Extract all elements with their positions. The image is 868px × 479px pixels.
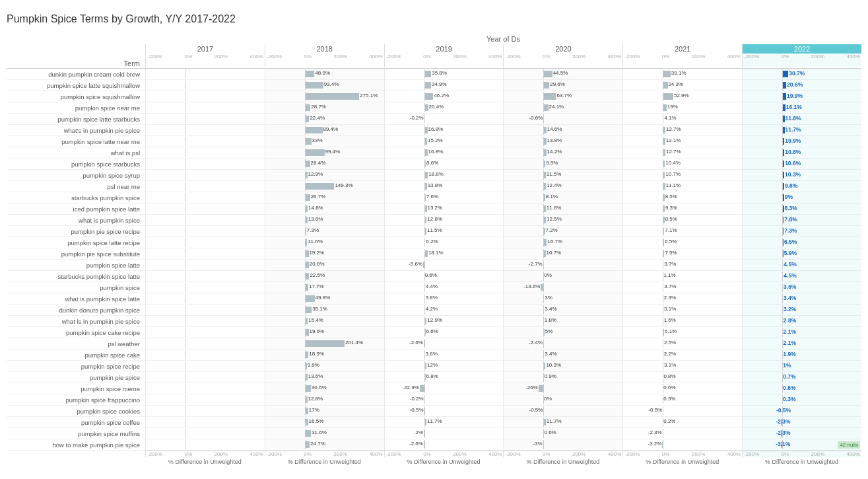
year-cell: 3.8%	[384, 293, 504, 305]
table-row: pumpkin spice frappuccino12.8%-0.2%0%0.3…	[7, 394, 861, 406]
year-cell: 8.5%	[622, 215, 742, 226]
table-row: what is in pumpkin pie spice15.4%12.9%1.…	[7, 316, 861, 327]
table-row: pumpkin pie spice substitute19.2%18.1%10…	[7, 248, 861, 260]
year-cell: 22.4%	[265, 114, 384, 125]
year-cell	[145, 305, 265, 316]
year-cell: 3.4%	[503, 350, 622, 361]
year-cell: 3.4%	[503, 305, 622, 316]
year-cells: 17.7%4.4%-13.6%3.7%3.6%	[145, 282, 861, 293]
year-cell: 7.1%	[622, 226, 742, 237]
year-cell: -0.6%	[503, 114, 622, 125]
year-cell: 15.2%	[384, 136, 504, 147]
year-cell: 9.3%	[622, 203, 742, 215]
year-cell: 13.8%	[384, 181, 504, 192]
table-row: pumpkin spice cookies17%-0.5%-0.5%-0.5%-…	[7, 406, 861, 417]
year-cell: 6.6%	[384, 327, 504, 338]
table-row: pumpkin spice meme30.6%-22.9%-26%0.6%0.6…	[7, 383, 861, 394]
year-cell	[145, 316, 265, 327]
year-cell	[145, 439, 265, 451]
year-cell: 33%	[265, 136, 384, 147]
year-cell	[145, 406, 265, 417]
term-label: dunkin pumpkin cream cold brew	[7, 71, 145, 78]
year-cells: 11.6%6.2%16.7%6.5%6.5%	[145, 237, 861, 248]
year-cells: 26.7%7.6%8.1%8.5%9%	[145, 192, 861, 203]
table-row: what is pumpkin spice13.6%12.8%12.5%8.5%…	[7, 215, 861, 226]
year-cell: 11.7%	[384, 417, 504, 428]
year-cell: -2.3%	[742, 428, 861, 439]
year-cell: 6.2%	[384, 237, 504, 248]
term-label: pumpkin spice cookies	[7, 408, 145, 415]
year-cell: 6.5%	[742, 237, 861, 248]
year-cell: 18.1%	[384, 248, 504, 260]
year-cell	[145, 181, 265, 192]
year-cell: 2.2%	[622, 350, 742, 361]
year-header-2020: 2020	[503, 44, 622, 54]
year-cell	[145, 125, 265, 136]
year-cell	[145, 215, 265, 226]
year-cell: 11.5%	[384, 226, 504, 237]
table-row: how to make pumpkin pie spice24.7%-2.6%-…	[7, 439, 861, 451]
year-cells: 19.2%18.1%10.7%7.5%5.9%	[145, 248, 861, 260]
year-cells: 24.7%-2.6%-3%-3.2%-3.1%42 nulls	[145, 439, 861, 451]
table-row: dunkin donuts pumpkin spice35.1%4.2%3.4%…	[7, 305, 861, 316]
year-cell: 44.5%	[503, 69, 622, 80]
year-cell: 3.6%	[742, 282, 861, 293]
year-cell: -0.2%	[384, 394, 504, 406]
year-cell: -2.4%	[503, 338, 622, 350]
year-cell: 0.6%	[742, 383, 861, 394]
year-cell: 201.4%	[265, 338, 384, 350]
year-cell: 3.7%	[622, 282, 742, 293]
col-2020	[503, 59, 622, 67]
year-cell: 0%	[503, 394, 622, 406]
year-cell	[145, 271, 265, 282]
table-row: pumpkin spice near me28.7%20.4%24.1%19%1…	[7, 102, 861, 114]
year-cell: -0.5%	[622, 406, 742, 417]
table-row: pumpkin spice cake18.9%3.6%3.4%2.2%1.9%	[7, 350, 861, 361]
year-cell: 0.6%	[384, 271, 504, 282]
year-cell: 14.2%	[503, 147, 622, 159]
year-cell: 13.6%	[265, 215, 384, 226]
year-cell: 16.1%	[742, 102, 861, 114]
year-cell: 19.9%	[742, 91, 861, 102]
col-2019	[384, 59, 504, 67]
year-cell	[145, 383, 265, 394]
year-cell: 31.6%	[265, 428, 384, 439]
year-cell: 4.1%	[622, 114, 742, 125]
year-cell: 24.7%	[265, 439, 384, 451]
term-label: pumpkin spice latte	[7, 262, 145, 269]
year-cell: 0.3%	[622, 394, 742, 406]
year-cell: 4.2%	[384, 305, 504, 316]
year-cells: 30.6%-22.9%-26%0.6%0.6%	[145, 383, 861, 394]
year-cell: 4.5%	[742, 271, 861, 282]
year-cell	[145, 192, 265, 203]
table-row: dunkin pumpkin cream cold brew48.9%35.8%…	[7, 69, 861, 80]
year-cell: 1.1%	[622, 271, 742, 282]
year-cell	[145, 338, 265, 350]
year-cell	[145, 282, 265, 293]
year-cell: 34.9%	[384, 80, 504, 91]
year-cell: 19.6%	[265, 327, 384, 338]
year-cell: 9.8%	[742, 181, 861, 192]
year-cell: 24.3%	[622, 80, 742, 91]
year-cell	[145, 350, 265, 361]
year-cell: -2.3%	[622, 428, 742, 439]
year-cells: 9.9%12%10.3%3.1%1%	[145, 361, 861, 372]
year-cell	[145, 361, 265, 372]
year-cells: 15.4%12.9%1.8%1.6%2.8%	[145, 316, 861, 327]
year-cell: 1.9%	[742, 350, 861, 361]
year-cell	[145, 248, 265, 260]
year-cell: 10.3%	[742, 170, 861, 181]
year-cells: 31.6%-2%0.6%-2.3%-2.3%	[145, 428, 861, 439]
table-row: psl near me149.3%13.8%12.4%11.1%9.8%	[7, 181, 861, 192]
year-cells: 22.4%-0.2%-0.6%4.1%11.8%	[145, 114, 861, 125]
year-cell: 11.8%	[742, 114, 861, 125]
year-cell: 8.3%	[742, 203, 861, 215]
year-cell: 15.4%	[265, 316, 384, 327]
table-row: pumpkin spice squishmallow275.1%46.2%63.…	[7, 91, 861, 102]
term-label: iced pumpkin spice latte	[7, 205, 145, 213]
year-cell: 1%	[742, 361, 861, 372]
year-cell: 16.5%	[265, 417, 384, 428]
table-row: pumpkin spice cake recipe19.6%6.6%5%6.1%…	[7, 327, 861, 338]
year-cell: 22.5%	[265, 271, 384, 282]
table-row: what's in pumpkin pie spice89.4%16.8%14.…	[7, 125, 861, 136]
